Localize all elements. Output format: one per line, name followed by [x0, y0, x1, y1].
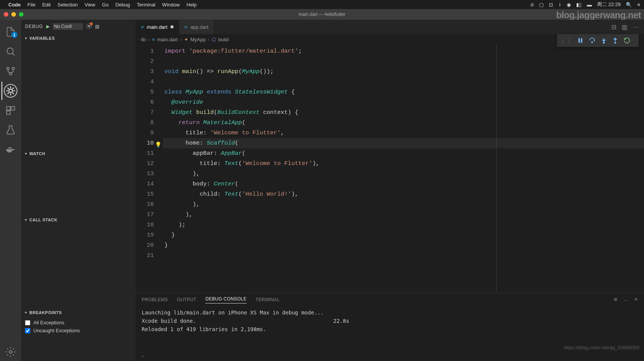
- breakpoints-label: BREAKPOINTS: [30, 310, 62, 315]
- variables-section-header[interactable]: ▾VARIABLES: [21, 34, 136, 43]
- minimize-window-button[interactable]: [11, 12, 16, 17]
- svg-point-19: [615, 42, 616, 44]
- activity-explorer[interactable]: 1: [2, 23, 20, 41]
- airplay-icon[interactable]: ▢: [539, 2, 544, 8]
- svg-point-1: [7, 67, 9, 70]
- clock[interactable]: 周二 22:29: [597, 1, 621, 8]
- step-into-button[interactable]: [601, 37, 607, 44]
- console-input[interactable]: ›: [136, 351, 644, 361]
- close-panel-icon[interactable]: ✕: [634, 297, 638, 303]
- breakpoint-item[interactable]: Uncaught Exceptions: [25, 327, 132, 335]
- panel-tab-problems[interactable]: PROBLEMS: [142, 297, 168, 302]
- activity-test[interactable]: [2, 121, 20, 139]
- menu-help[interactable]: Help: [186, 2, 197, 8]
- watch-section-header[interactable]: ▾WATCH: [21, 149, 136, 158]
- collapse-panel-icon[interactable]: ︿: [624, 297, 628, 303]
- pause-button[interactable]: [577, 37, 583, 44]
- tab-main-dart[interactable]: ≡ main.dart: [136, 20, 179, 34]
- breakpoint-item[interactable]: All Exceptions: [25, 319, 132, 327]
- menu-selection[interactable]: Selection: [58, 2, 78, 8]
- menu-terminal[interactable]: Terminal: [137, 2, 155, 8]
- ruler-line: [496, 45, 497, 293]
- svg-rect-5: [7, 107, 10, 110]
- callstack-section-header[interactable]: ▾CALL STACK: [21, 215, 136, 224]
- svg-point-0: [7, 48, 13, 54]
- menu-debug[interactable]: Debug: [116, 2, 130, 8]
- activity-extensions[interactable]: [2, 101, 20, 120]
- flag-icon[interactable]: ▬: [587, 2, 592, 8]
- bc-method[interactable]: build: [218, 37, 228, 42]
- menu-view[interactable]: View: [84, 2, 95, 8]
- debug-config-select[interactable]: [53, 23, 83, 30]
- compare-icon[interactable]: ⊟: [611, 23, 616, 31]
- menu-edit[interactable]: Edit: [42, 2, 50, 8]
- bp-checkbox[interactable]: [25, 328, 30, 333]
- bp-checkbox[interactable]: [25, 320, 30, 325]
- config-badge: [90, 22, 93, 25]
- tab-app-dart[interactable]: ≡ app.dart: [179, 20, 214, 34]
- clear-console-icon[interactable]: ≣: [614, 297, 617, 303]
- callstack-label: CALL STACK: [30, 218, 58, 222]
- search-icon[interactable]: 🔍: [626, 2, 632, 8]
- start-debug-button[interactable]: ▶: [46, 24, 50, 29]
- menu-icon[interactable]: ≡: [637, 2, 640, 8]
- explorer-badge: 1: [11, 32, 17, 38]
- debug-config-gear[interactable]: [86, 23, 92, 30]
- window-title: main.dart — helloflutter: [299, 12, 345, 17]
- activity-search[interactable]: [2, 42, 20, 61]
- svg-rect-7: [7, 111, 10, 114]
- panel-tab-terminal[interactable]: TERMINAL: [256, 297, 280, 302]
- dirty-indicator: [170, 25, 174, 28]
- activity-scm[interactable]: [2, 62, 20, 80]
- debug-toolbar[interactable]: ⋮⋮: [557, 34, 639, 47]
- svg-point-2: [12, 67, 14, 70]
- restart-button[interactable]: [624, 37, 630, 44]
- panel-tab-output[interactable]: OUTPUT: [177, 297, 196, 302]
- wifi-icon[interactable]: ◉: [567, 2, 571, 8]
- svg-point-13: [9, 351, 12, 353]
- menu-go[interactable]: Go: [102, 2, 108, 8]
- tray-icon[interactable]: ⎚: [531, 2, 534, 8]
- more-actions-icon[interactable]: ⋯: [633, 23, 639, 31]
- menu-app[interactable]: Code: [8, 2, 21, 8]
- svg-rect-11: [8, 147, 10, 149]
- activity-debug[interactable]: [2, 82, 20, 100]
- activity-docker[interactable]: [2, 141, 20, 159]
- debug-console-toggle[interactable]: ▤: [95, 24, 99, 29]
- svg-point-17: [592, 42, 593, 43]
- macos-menubar: Code File Edit Selection View Go Debug T…: [0, 0, 644, 9]
- battery-icon[interactable]: ▮▯: [576, 2, 581, 8]
- svg-rect-6: [11, 107, 14, 110]
- watch-label: WATCH: [30, 151, 45, 156]
- bc-class[interactable]: MyApp: [191, 37, 206, 42]
- bluetooth-icon[interactable]: ᚼ: [558, 2, 561, 8]
- debug-side-panel: DEBUG ▶ ▤ ▾VARIABLES ▾WATCH ▾CALL STACK: [21, 20, 136, 361]
- class-icon: ✦: [184, 37, 188, 42]
- panel-tab-debug-console[interactable]: DEBUG CONSOLE: [205, 296, 247, 303]
- svg-point-4: [9, 89, 12, 92]
- activity-bar: 1: [0, 20, 21, 361]
- svg-point-18: [603, 42, 605, 44]
- drag-handle-icon[interactable]: ⋮⋮: [560, 37, 572, 44]
- bottom-panel: PROBLEMS OUTPUT DEBUG CONSOLE TERMINAL ≣…: [136, 293, 644, 361]
- csdn-watermark: https://blog.csdn.net/qq_32608000: [564, 345, 640, 350]
- breakpoints-section-header[interactable]: ▾BREAKPOINTS: [21, 308, 136, 317]
- bc-folder[interactable]: lib: [141, 37, 146, 42]
- variables-label: VARIABLES: [30, 36, 55, 40]
- close-window-button[interactable]: [4, 12, 8, 17]
- step-out-button[interactable]: [612, 37, 618, 44]
- step-over-button[interactable]: [589, 37, 596, 44]
- hotspot-icon[interactable]: ⊡: [549, 2, 553, 8]
- menu-window[interactable]: Window: [162, 2, 180, 8]
- split-editor-icon[interactable]: ▥: [622, 23, 627, 31]
- tabs-row: ≡ main.dart ≡ app.dart ⊟ ▥ ⋯: [136, 20, 644, 34]
- activity-settings[interactable]: [2, 343, 20, 361]
- debug-label: DEBUG: [25, 24, 43, 29]
- zoom-window-button[interactable]: [19, 12, 23, 17]
- svg-point-14: [88, 25, 90, 27]
- bp-label: All Exceptions: [33, 320, 64, 325]
- code-editor[interactable]: 12345678910💡1112131415161718192021 impor…: [136, 45, 644, 293]
- bc-file[interactable]: main.dart: [157, 37, 178, 42]
- debug-icon: [4, 84, 17, 98]
- menu-file[interactable]: File: [28, 2, 36, 8]
